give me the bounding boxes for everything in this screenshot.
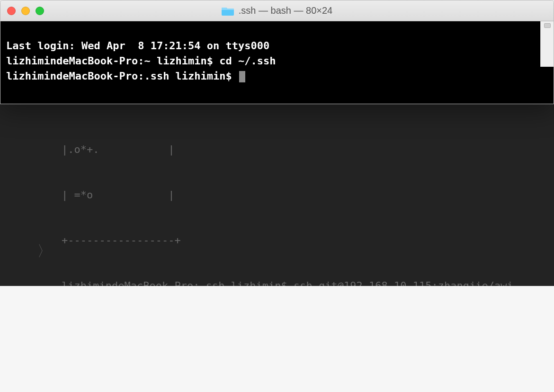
terminal-prompt: lizhimindeMacBook-Pro:.ssh lizhimin$ (6, 70, 238, 82)
terminal-content[interactable]: Last login: Wed Apr 8 17:21:54 on ttys00… (0, 21, 554, 104)
bg-line: | =*o | (62, 187, 554, 203)
terminal-command: cd ~/.ssh (219, 55, 276, 67)
minimize-button[interactable] (21, 7, 30, 15)
close-button[interactable] (7, 7, 16, 15)
terminal-prompt: lizhimindeMacBook-Pro:~ lizhimin$ (6, 55, 219, 67)
scroll-thumb[interactable] (544, 23, 551, 28)
bg-line: +-----------------+ (62, 233, 554, 248)
window-controls (7, 7, 44, 15)
window-titlebar[interactable]: .ssh — bash — 80×24 (0, 0, 554, 21)
scrollbar[interactable] (540, 21, 554, 67)
terminal-window: .ssh — bash — 80×24 Last login: Wed Apr … (0, 0, 554, 104)
window-title-text: .ssh — bash — 80×24 (239, 5, 332, 16)
maximize-button[interactable] (36, 7, 44, 15)
page-background (0, 286, 554, 392)
folder-icon (222, 6, 234, 16)
terminal-line: Last login: Wed Apr 8 17:21:54 on ttys00… (6, 40, 269, 52)
chevron-right-icon: 〉 (37, 243, 52, 258)
bg-line: lizhimindeMacBook-Pro:.ssh lizhimin$ ssh… (62, 278, 554, 286)
window-title: .ssh — bash — 80×24 (0, 5, 554, 16)
cursor (239, 71, 245, 82)
bg-line: |.o*+. | (62, 142, 554, 157)
